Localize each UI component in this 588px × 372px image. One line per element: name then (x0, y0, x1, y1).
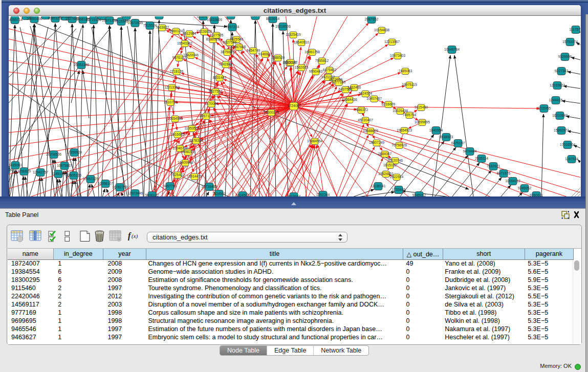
svg-text:1145194: 1145194 (52, 172, 65, 176)
svg-text:25053346: 25053346 (74, 63, 89, 67)
svg-text:3915456: 3915456 (9, 168, 12, 171)
svg-text:10688609: 10688609 (363, 129, 378, 133)
svg-text:17957225: 17957225 (83, 177, 98, 181)
svg-text:3215955: 3215955 (537, 106, 551, 110)
svg-text:16914479: 16914479 (187, 174, 202, 178)
svg-text:16543362: 16543362 (177, 41, 192, 45)
svg-text:9777169: 9777169 (332, 80, 346, 84)
svg-text:20120746: 20120746 (387, 159, 403, 162)
svg-text:1292344: 1292344 (316, 193, 330, 196)
svg-text:7485063: 7485063 (399, 69, 412, 73)
svg-text:8938923: 8938923 (440, 135, 453, 139)
svg-text:19975115: 19975115 (402, 83, 417, 86)
svg-text:1640954: 1640954 (429, 128, 443, 132)
svg-text:22420046: 22420046 (183, 53, 199, 57)
svg-text:10958107: 10958107 (98, 182, 113, 185)
svg-text:9922142: 9922142 (284, 60, 298, 64)
svg-text:12505135: 12505135 (66, 173, 81, 177)
svg-text:1955010: 1955010 (19, 16, 33, 17)
svg-text:8031447: 8031447 (213, 76, 227, 79)
svg-text:7625402: 7625402 (171, 173, 185, 177)
svg-text:1106420: 1106420 (197, 16, 210, 18)
svg-text:2718126: 2718126 (170, 70, 184, 73)
svg-text:16782759: 16782759 (112, 185, 127, 189)
svg-text:19384554: 19384554 (307, 139, 322, 143)
svg-text:3267110: 3267110 (200, 114, 213, 118)
svg-text:1244415: 1244415 (549, 98, 563, 102)
svg-text:1588520: 1588520 (271, 56, 285, 59)
svg-text:10975867: 10975867 (57, 164, 72, 167)
svg-text:19218506: 19218506 (275, 25, 291, 28)
svg-text:9146821: 9146821 (258, 52, 272, 56)
svg-text:9990443: 9990443 (309, 70, 323, 73)
svg-text:1170064: 1170064 (205, 102, 218, 105)
svg-text:7632621: 7632621 (487, 164, 500, 168)
svg-text:2450102: 2450102 (95, 16, 109, 17)
svg-text:8912954: 8912954 (183, 32, 197, 35)
svg-text:2935114: 2935114 (475, 157, 488, 160)
svg-text:1435061: 1435061 (9, 163, 22, 167)
svg-text:20691406: 20691406 (27, 17, 42, 20)
svg-text:12033822: 12033822 (550, 83, 565, 87)
svg-text:2967608: 2967608 (232, 45, 246, 49)
svg-text:10648784: 10648784 (444, 48, 460, 51)
svg-text:7824501: 7824501 (212, 192, 226, 195)
svg-text:1615132: 1615132 (383, 163, 397, 167)
svg-text:6216609: 6216609 (382, 102, 396, 106)
svg-text:10719155: 10719155 (86, 18, 101, 21)
svg-text:6479197: 6479197 (451, 141, 465, 145)
svg-text:16033809: 16033809 (207, 18, 222, 21)
svg-text:15751074: 15751074 (562, 40, 578, 43)
svg-text:9327505: 9327505 (210, 33, 224, 37)
svg-text:7955812: 7955812 (315, 59, 329, 62)
svg-text:16961758: 16961758 (304, 50, 320, 54)
svg-text:10699695: 10699695 (415, 120, 430, 124)
svg-text:15692971: 15692971 (554, 128, 569, 132)
svg-text:8186328: 8186328 (206, 37, 220, 41)
svg-text:1916685: 1916685 (171, 133, 185, 136)
svg-text:10025438: 10025438 (393, 109, 408, 113)
svg-text:8813014: 8813014 (266, 17, 280, 20)
svg-text:3624554: 3624554 (359, 92, 373, 95)
svg-text:f: f (128, 231, 132, 240)
svg-text:19654923: 19654923 (397, 128, 412, 132)
svg-text:1610755: 1610755 (164, 100, 178, 104)
svg-text:2684067: 2684067 (378, 152, 392, 156)
svg-text:11353594: 11353594 (184, 126, 200, 130)
svg-text:70756928: 70756928 (391, 143, 407, 147)
svg-text:7515546: 7515546 (115, 19, 128, 23)
svg-text:8454749: 8454749 (247, 49, 260, 52)
svg-text:7857224: 7857224 (226, 25, 239, 29)
svg-text:45720407: 45720407 (358, 118, 373, 122)
svg-text:12923446: 12923446 (127, 191, 143, 195)
svg-text:8225214: 8225214 (39, 16, 53, 17)
svg-text:10654983: 10654983 (167, 117, 183, 120)
svg-text:9329996: 9329996 (558, 55, 572, 58)
svg-text:10407487: 10407487 (366, 97, 382, 100)
svg-text:17016504: 17016504 (560, 143, 575, 146)
svg-text:10671935: 10671935 (127, 21, 143, 25)
svg-text:8133410: 8133410 (224, 16, 238, 17)
svg-text:2522514: 2522514 (390, 175, 404, 179)
svg-text:1733446: 1733446 (392, 188, 406, 191)
svg-text:16409948: 16409948 (178, 161, 193, 164)
svg-text:10054112: 10054112 (505, 179, 520, 183)
svg-text:7886372: 7886372 (355, 108, 368, 112)
svg-text:2087652: 2087652 (365, 17, 379, 21)
svg-text:11136141: 11136141 (371, 184, 385, 188)
svg-text:7495794: 7495794 (403, 113, 417, 117)
svg-text:9115460: 9115460 (415, 105, 428, 109)
svg-text:771042: 771042 (250, 16, 262, 17)
svg-text:25300275: 25300275 (264, 111, 279, 114)
svg-text:9227343: 9227343 (555, 69, 569, 73)
svg-text:10046788: 10046788 (172, 146, 188, 150)
svg-text:10154838: 10154838 (374, 28, 389, 32)
svg-text:11325419: 11325419 (286, 33, 301, 36)
svg-text:16210643: 16210643 (552, 114, 568, 117)
svg-text:8471676: 8471676 (497, 171, 511, 175)
svg-text:7515524: 7515524 (143, 24, 157, 27)
svg-text:9498222: 9498222 (181, 150, 195, 154)
svg-text:9327546: 9327546 (223, 40, 237, 44)
svg-text:9660124: 9660124 (169, 29, 183, 33)
svg-text:18807249: 18807249 (369, 141, 384, 144)
